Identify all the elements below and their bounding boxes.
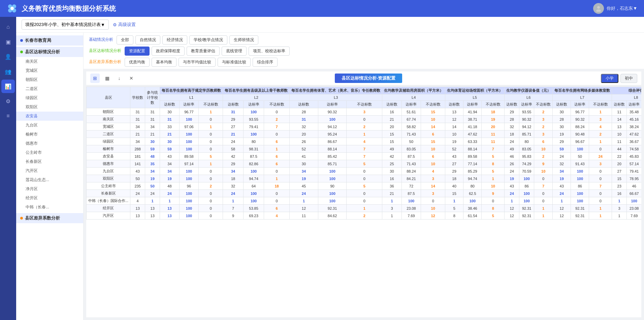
- tab-ziran[interactable]: 自然情况: [135, 35, 160, 45]
- sidebar-icon-save[interactable]: ▣: [1, 35, 15, 49]
- data-table: 县区 学校数 参与统计学校数 每百名学生拥有高于规定学历教师数 每百名学生拥有县…: [86, 87, 641, 220]
- nav-item-kuanchengqu[interactable]: 宽城区: [16, 66, 83, 75]
- tab-quanbu[interactable]: 全部: [117, 35, 133, 45]
- nav-group-county: 县区达标情况分析 南关区 宽城区 朝阳区 二道区 绿园区 双阳区 农安县 九台区…: [16, 47, 83, 212]
- nav-item-qikaiqv[interactable]: 汽开区: [16, 166, 83, 175]
- nav-item-zhonghan[interactable]: 中韩（长春...: [16, 203, 83, 212]
- col-l8-da: 达标数: [612, 101, 627, 108]
- sub-l4: L4: [382, 94, 445, 101]
- col-l6-rate: 达标率: [519, 101, 534, 108]
- nav-item-changchunxinqu[interactable]: 长春新区: [16, 157, 83, 166]
- nav-group-city-header[interactable]: 长春市教育局: [16, 35, 83, 46]
- chart-view-btn[interactable]: ▦: [102, 74, 112, 83]
- sidebar-icon-home[interactable]: ⌂: [1, 20, 15, 34]
- col-group-l7: 每百名学生拥有网络多媒体教室数: [553, 87, 612, 94]
- level-btn-primary[interactable]: 小学: [601, 74, 618, 83]
- nav-group-diff-header[interactable]: 县区差异系数分析: [16, 213, 83, 223]
- advanced-settings-btn[interactable]: ⚙ 高级设置: [113, 22, 136, 28]
- table-row: 朝阳区31313096.7713110002890.3231651.611513…: [87, 108, 642, 116]
- col-l3-nda: 不达标数: [347, 101, 382, 108]
- col-l7-nda: 不达标数: [589, 101, 612, 108]
- table-row: 二道区21212110002110002095.2411571.4361047.…: [87, 130, 642, 138]
- table-row: 绿园区3430301000248062686.6741550151963.331…: [87, 138, 642, 145]
- nav-item-gongzhulingshi[interactable]: 公主岭市: [16, 148, 83, 157]
- table-container[interactable]: 县区 学校数 参与统计学校数 每百名学生拥有高于规定学历教师数 每百名学生拥有县…: [86, 87, 641, 317]
- tab-jiaoyu[interactable]: 教育质量评估: [187, 47, 220, 56]
- col-l3-da: 达标数: [290, 101, 318, 108]
- panel-tools: ⊞ ▦ ↓ ✕: [90, 74, 136, 83]
- sub-l5: L5: [445, 94, 505, 101]
- tab-zonghe[interactable]: 综合排序: [253, 58, 278, 67]
- col-l4-rate: 达标率: [401, 101, 421, 108]
- col-group-l8: 综合评估: [612, 87, 641, 94]
- table-row: 南关区31313110002993.5523110002167.74101238…: [87, 116, 642, 123]
- col-l1-rate: 达标率: [179, 101, 199, 108]
- avatar: [593, 3, 604, 14]
- fullscreen-btn[interactable]: ✕: [127, 74, 136, 83]
- nav-item-nanguanqu[interactable]: 南关区: [16, 57, 83, 66]
- table-row: 农安县181484389.5854287.564185.4274287.5643…: [87, 153, 642, 160]
- user-area[interactable]: 你好，石志东▼: [593, 3, 637, 14]
- city-dot: [20, 39, 23, 42]
- nav-group-diff: 县区差异系数分析: [16, 213, 83, 223]
- dropdown-arrow: ▼: [101, 22, 105, 27]
- content-area: 长春市教育局 县区达标情况分析 南关区 宽城区 朝阳区 二道区 绿园区 双阳区 …: [16, 33, 644, 320]
- nav-group-county-header[interactable]: 县区达标情况分析: [16, 47, 83, 57]
- tab-shengshi[interactable]: 生师班情况: [229, 35, 258, 45]
- table-view-btn[interactable]: ⊞: [90, 74, 100, 83]
- col-group-l5: 生均体育运动场馆面积（平方米）: [445, 87, 505, 94]
- col-l7-rate: 达标率: [571, 101, 589, 108]
- sidebar-icon-chart[interactable]: 📊: [1, 80, 15, 93]
- table-row: 德惠市141353497.1412982.8663085.7152571.431…: [87, 160, 642, 168]
- tab-zhengfu[interactable]: 政府保障程度: [152, 47, 185, 56]
- nav-item-jingyuequ[interactable]: 净月区: [16, 184, 83, 194]
- nav-item-lianhuashan[interactable]: 莲花山生态...: [16, 175, 83, 184]
- city-label: 长春市教育局: [25, 37, 51, 43]
- tab-yushiav[interactable]: 与市平均值比较: [179, 58, 216, 67]
- diff-label: 县区差异系数分析: [25, 215, 60, 221]
- nav-item-chaoyangqu[interactable]: 朝阳区: [16, 75, 83, 84]
- download-btn[interactable]: ↓: [115, 74, 124, 83]
- sub-l6: L6: [505, 94, 553, 101]
- diff-dot: [20, 217, 23, 220]
- svg-point-4: [10, 7, 14, 10]
- col-header-counted: 参与统计学校数: [145, 87, 160, 108]
- tab-yubiazhun[interactable]: 与标准值比较: [218, 58, 251, 67]
- advanced-settings-label: 高级设置: [118, 22, 136, 28]
- sidebar-icon-person[interactable]: 👤: [1, 50, 15, 63]
- col-l6-nda: 不达标数: [534, 101, 553, 108]
- tab-xiangmu[interactable]: 项页、校校达标率: [249, 47, 290, 56]
- app-logo: [7, 3, 18, 14]
- sidebar-icon-group[interactable]: 👥: [1, 65, 15, 78]
- nav-item-jingkaiqu[interactable]: 经开区: [16, 194, 83, 203]
- table-row: 公主岭市235504896232641845905367214408010438…: [87, 182, 642, 190]
- nav-item-jiutaiqv[interactable]: 九台区: [16, 121, 83, 130]
- panel-level-btns: 小学 初中: [601, 74, 637, 83]
- main-area: 填报2023年小学、初中基本情况统计表 ▼ ⚙ 高级设置 长春市教育局: [16, 17, 644, 320]
- tab-youzhijh[interactable]: 优质均衡: [125, 58, 150, 67]
- sidebar-icon-list[interactable]: ≡: [1, 109, 15, 123]
- tab-benjijh[interactable]: 基本均衡: [152, 58, 176, 67]
- nav-item-yushushi[interactable]: 榆树市: [16, 130, 83, 139]
- user-name[interactable]: 你好，石志东▼: [607, 5, 637, 11]
- nav-item-nonganxian[interactable]: 农安县: [16, 112, 83, 121]
- tab-row-1: 基础情况分析 全部 自然情况 经济情况 学校/教学点情况 生师班情况: [89, 35, 639, 45]
- report-dropdown[interactable]: 填报2023年小学、初中基本情况统计表 ▼: [22, 20, 109, 30]
- tab-jingji[interactable]: 经济情况: [162, 35, 187, 45]
- sidebar-icon-settings[interactable]: ⚙: [1, 94, 15, 108]
- table-row: 经开区1313131000753.8561292.311323.0810538.…: [87, 205, 642, 212]
- nav-item-lvyuanqu[interactable]: 绿园区: [16, 93, 83, 103]
- table-row: 中韩（长春）国际合作...411100011000110001100011000…: [87, 197, 642, 205]
- tab-group-label-1: 基础情况分析: [89, 35, 113, 45]
- level-btn-junior[interactable]: 初中: [620, 74, 637, 83]
- tab-ziyuanpz[interactable]: 资源配置: [125, 47, 150, 56]
- col-l2-da: 达标数: [223, 101, 244, 108]
- county-label: 县区达标情况分析: [25, 49, 60, 55]
- nav-item-erdaoqu[interactable]: 二道区: [16, 84, 83, 93]
- nav-item-dehuishi[interactable]: 德惠市: [16, 139, 83, 148]
- tab-xuexiao[interactable]: 学校/教学点情况: [189, 35, 227, 45]
- nav-item-shuangyangqu[interactable]: 双阳区: [16, 103, 83, 112]
- panel-header: ⊞ ▦ ↓ ✕ 县区达标情况分析-资源配置 小学 初中: [86, 71, 641, 85]
- sidebar-icons: ⌂ ▣ 👤 👥 📊 ⚙ ≡: [0, 17, 16, 320]
- tab-dixian[interactable]: 底线管理: [222, 47, 247, 56]
